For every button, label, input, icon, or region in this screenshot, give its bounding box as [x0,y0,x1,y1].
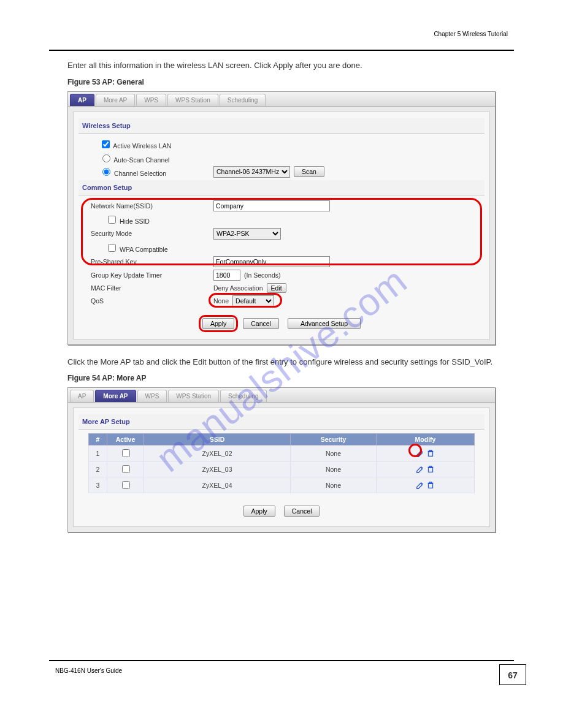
col-modify: Modify [377,434,475,446]
cell-security: None [291,446,377,461]
qos-status: None [213,297,229,305]
mac-filter-status: Deny Association [213,284,263,292]
table-row: 3 ZyXEL_04 None [89,477,475,493]
psk-label: Pre-Shared Key [91,258,213,265]
edit-icon[interactable] [416,465,424,474]
ssid-input[interactable] [213,200,330,211]
channel-select[interactable]: Channel-06 2437MHz [213,166,290,178]
ssid-label: Network Name(SSID) [91,202,213,210]
active-wlan-label: Active Wireless LAN [113,142,171,150]
row-active-checkbox[interactable] [122,465,130,473]
cell-ssid: ZyXEL_02 [144,446,291,461]
step-2-text: Click the More AP tab and click the Edit… [67,356,496,368]
hide-ssid-checkbox[interactable] [108,216,116,224]
col-active: Active [107,434,144,446]
tab-ap[interactable]: AP [70,94,94,106]
cell-num: 1 [89,446,107,461]
cancel-button[interactable]: Cancel [243,318,279,329]
row-active-checkbox[interactable] [122,481,130,489]
edit-icon[interactable] [416,481,424,490]
wpa-compat-checkbox[interactable] [108,244,116,252]
mac-filter-label: MAC Filter [91,284,213,292]
psk-input[interactable] [213,256,330,267]
cell-ssid: ZyXEL_03 [144,461,291,477]
tab2-scheduling[interactable]: Scheduling [220,390,266,402]
qos-label: QoS [91,297,213,305]
header-rule [49,50,514,51]
table-row: 2 ZyXEL_03 None [89,461,475,477]
more-ap-setup-title: More AP Setup [79,414,484,430]
cell-ssid: ZyXEL_04 [144,477,291,493]
edit-icon[interactable] [416,449,424,458]
apply-button-2[interactable]: Apply [243,506,275,517]
footer-left: NBG-416N User's Guide [49,667,514,674]
tab-wps[interactable]: WPS [136,94,166,106]
cancel-button-2[interactable]: Cancel [284,506,320,517]
channel-sel-radio[interactable] [102,168,110,176]
chapter-header: Chapter 5 Wireless Tutorial [49,31,514,37]
cell-num: 3 [89,477,107,493]
figure-1-caption: Figure 53 AP: General [67,78,496,86]
cell-security: None [291,477,377,493]
group-key-unit: (In Seconds) [244,271,281,279]
active-wlan-checkbox[interactable] [102,140,110,148]
delete-icon[interactable] [426,481,435,490]
tabs-row-2: AP More AP WPS WPS Station Scheduling [68,388,495,403]
cell-security: None [291,461,377,477]
tab2-wps-station[interactable]: WPS Station [168,390,219,402]
ap-more-ap-panel: AP More AP WPS WPS Station Scheduling Mo… [67,387,496,533]
tab2-more-ap[interactable]: More AP [95,390,136,402]
channel-sel-label: Channel Selection [114,170,166,177]
ap-general-panel: AP More AP WPS WPS Station Scheduling Wi… [67,91,496,345]
scan-button[interactable]: Scan [294,166,324,177]
row-active-checkbox[interactable] [122,449,130,457]
hide-ssid-label: Hide SSID [120,218,150,225]
group-key-input[interactable] [213,270,240,281]
delete-icon[interactable] [426,465,435,474]
col-ssid: SSID [144,434,291,446]
wpa-compat-label: WPA Compatible [120,246,168,253]
qos-select[interactable]: Default [232,295,274,307]
security-mode-select[interactable]: WPA2-PSK [213,228,281,240]
security-mode-label: Security Mode [91,230,213,237]
auto-scan-label: Auto-Scan Channel [113,156,169,164]
table-row: 1 ZyXEL_02 None [89,446,475,461]
tab2-ap[interactable]: AP [70,390,94,402]
more-ap-table: # Active SSID Security Modify 1 ZyXEL_02… [88,433,475,493]
page-number: 67 [499,664,526,685]
tab-scheduling[interactable]: Scheduling [220,94,266,106]
group-key-label: Group Key Update Timer [91,271,213,279]
edit-button[interactable]: Edit [267,283,286,293]
tabs-row-1: AP More AP WPS WPS Station Scheduling [68,92,495,107]
tab-more-ap[interactable]: More AP [96,94,135,106]
advanced-setup-button[interactable]: Advanced Setup [288,318,361,329]
cell-num: 2 [89,461,107,477]
col-security: Security [291,434,377,446]
apply-button[interactable]: Apply [202,318,234,329]
delete-icon[interactable] [426,449,435,458]
col-num: # [89,434,107,446]
tab2-wps[interactable]: WPS [137,390,167,402]
auto-scan-radio[interactable] [102,154,110,162]
wireless-setup-title: Wireless Setup [79,118,484,134]
footer-rule [49,660,514,661]
common-setup-title: Common Setup [79,180,484,195]
intro-text: Enter all this information in the wirele… [67,59,496,72]
tab-wps-station[interactable]: WPS Station [167,94,218,106]
figure-2-caption: Figure 54 AP: More AP [67,374,496,382]
